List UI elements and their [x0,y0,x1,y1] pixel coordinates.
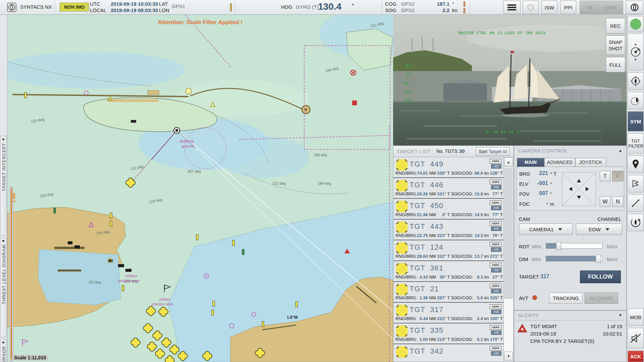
chart-label: 357 deg [187,169,201,173]
tab-advanced[interactable]: ADVANCED [544,158,575,167]
target-details: RNG/BRG:21.96 NM 3° T SOG/COG:14.5 kn 77… [395,212,503,217]
alert-message: CPA TCPA BY 2 TARGET(S) [530,338,594,344]
target-row[interactable]: TGT 450 ARPA AIS RNG/BRG:21.96 NM 3° T S… [393,199,503,220]
drop-mark-button[interactable] [628,156,644,173]
scroll-up-button[interactable]: ▲ [504,158,513,167]
range-ring-icon [630,46,642,58]
mob-button[interactable]: MOB [628,308,644,326]
focus-button[interactable]: F [612,171,623,181]
offset-ship-icon [630,95,641,106]
target-row[interactable]: TGT 361 ARPA AIS RNG/BRG:4.32 NM 30° T S… [393,261,503,282]
cursor-label: CURSOR [1,346,6,362]
chart-label: 1 NM [12,193,16,202]
target-clover-icon [396,263,408,275]
route-tool-button[interactable] [628,175,644,192]
target-list-scrollbar[interactable]: ▲ ▼ [503,157,513,362]
rot-max-label: MAX [607,244,618,249]
main-menu-button[interactable] [503,1,521,14]
target-details: RNG/BRG:4.32 NM 30° T SOG/COG:8.3 kn 27°… [395,275,503,280]
alarm-icon [517,323,528,334]
threat-level-panel-tab[interactable]: ▶ THREAT LEVEL DIAGRAM [0,237,7,337]
isw-label: ISW [545,5,554,10]
target-row[interactable]: TGT 342 ARPA AIS [393,344,503,362]
offset-ship-button[interactable] [628,92,644,109]
arpa-badge: ARPA [490,346,501,351]
cursor-panel-tab[interactable]: ▶ CURSOR [0,339,7,362]
target-clover-icon [396,325,408,337]
camera-select-dropdown[interactable]: CAMERA1 [519,224,573,235]
target-details [395,358,503,362]
settings-button[interactable] [523,1,539,14]
rot-slider-handle[interactable] [556,242,561,250]
tracking-button[interactable]: TRACKING [549,293,583,304]
camera-control-title: CAMERA CONTROL [518,148,568,154]
channel-select-dropdown[interactable]: EOW [576,224,622,235]
tab-main[interactable]: MAIN [517,158,544,167]
status-indicator-button[interactable] [628,16,644,32]
target-row[interactable]: TGT 335 ARPA AIS RNG/BRG:1.00 NM 214° T … [393,323,503,344]
ack-button[interactable]: ACK [628,351,644,362]
sort-button[interactable]: Sort Target Id [476,147,509,156]
tele-button[interactable]: T [600,171,610,181]
symbols-button[interactable]: SYM [628,111,644,131]
tx-stby-toggle[interactable]: TX STBY [580,1,623,14]
ebl-vrm-button[interactable] [628,194,644,212]
camera-view[interactable]: MASTER CTRL #9.13 LOSS OF INS DATA 02-01… [393,15,627,145]
target-row[interactable]: TGT 446 ARPA AIS RNG/BRG:20.26 NM 331° T… [393,178,503,199]
cog-label: COG [385,1,396,7]
bearing-line-icon [631,198,641,208]
collapse-panel-icon[interactable]: ▲ [619,148,622,153]
target-row[interactable]: TGT 21 ARPA AIS RNG/BRG:1.36 NM 287° T S… [393,282,503,303]
lat-label: LAT [159,1,168,7]
tab-joystick[interactable]: JOYSTICK [575,158,606,167]
chart-label: 1.6°W [287,315,298,320]
gear-icon [526,3,535,12]
range-up-icon: ▲ [634,43,637,46]
tx-label: TX [586,5,592,10]
local-label: LOCAL [90,7,106,13]
hdg-label: HDG [281,4,292,10]
mute-button[interactable] [628,328,644,349]
wide-button[interactable]: W [600,196,610,207]
tab-advanced-label: ADVANCED [547,160,573,165]
chart-label: ground [182,144,194,148]
target-row[interactable]: TGT 443 ARPA AIS RNG/BRG:22.75 NM 323° T… [393,220,503,240]
collapse-alerts-icon[interactable]: ▼ [619,313,622,317]
near-button[interactable]: N [612,196,623,207]
arpa-badge: ARPA [490,263,501,267]
rot-slider[interactable] [546,243,603,249]
acquire-target-button[interactable] [628,214,644,231]
target-row[interactable]: TGT 124 ARPA AIS RNG/BRG:28.64 NM 322° T… [393,240,503,261]
dim-slider[interactable] [546,256,603,261]
green-status-icon [630,18,642,30]
nautical-chart[interactable]: Attention: Scale Filter Applied !1 NM124… [7,15,393,362]
fullscreen-button[interactable]: FULL [606,57,625,72]
target-row[interactable]: TGT 449 ARPA AIS RNG/BRG:74.61 NM 326° T… [393,157,503,178]
ppi-button[interactable]: PPI [560,1,576,14]
target-count-value: 30 [459,148,465,154]
center-ship-button[interactable] [628,72,644,90]
target-intercept-panel-tab[interactable]: ▶ TARGET INTERCEPT [0,136,7,236]
target-clover-icon [396,180,408,191]
record-label: REC [610,23,621,29]
camera-osd-ticks: ' | ' | ' | ' | ' [486,125,529,130]
target-row[interactable]: TGT 317 ARPA AIS RNG/BRG:0.44 NM 222° T … [393,303,503,323]
scroll-down-button[interactable]: ▼ [504,352,513,361]
power-button[interactable] [626,1,643,14]
target-clover-icon [396,222,408,233]
target-clover-icon [396,242,408,254]
acquire-button[interactable]: ACQUIRE [585,293,618,304]
range-scale-control[interactable]: ▲ ▼ [628,34,644,70]
scrollbar-thumb[interactable] [504,168,513,299]
dim-slider-fill [546,256,598,261]
record-button[interactable]: REC [606,18,625,34]
dropdown-caret-icon [605,228,609,231]
isw-button[interactable]: ISW [541,1,557,14]
chart-label: 112 deg [130,164,144,171]
target-filter-button[interactable]: TGT FILTER [628,133,644,154]
dim-slider-handle[interactable] [596,255,601,263]
brg-unit: ° T [550,171,556,177]
snapshot-button[interactable]: SNAP SHOT [606,36,625,55]
follow-button[interactable]: FOLLOW [580,270,621,283]
fov-value: 007 [534,190,548,196]
